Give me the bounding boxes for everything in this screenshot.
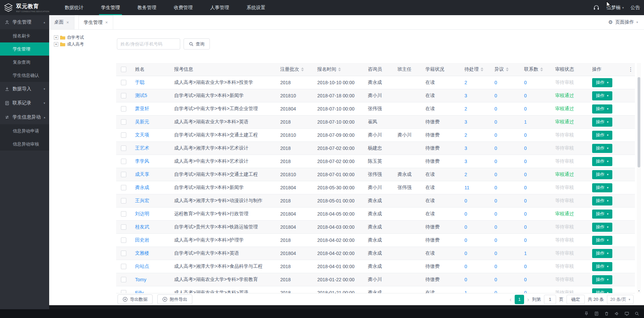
row-checkbox[interactable] [121,146,126,151]
row-action-button[interactable]: 操作 ▾ [592,262,612,271]
dispute-count-link[interactable]: 0 [494,264,497,269]
row-checkbox[interactable] [121,277,126,282]
tray-notes-icon[interactable] [594,311,599,316]
nav-item-academic-management[interactable]: 教务管理 [129,0,165,15]
student-name-link[interactable]: 刘达明 [135,211,149,217]
nav-item-data-statistics[interactable]: 数据统计 [56,0,92,15]
tray-trash-icon[interactable] [604,311,609,316]
pending-count-link[interactable]: 2 [464,172,467,177]
dispute-count-link[interactable]: 0 [494,185,497,190]
pending-count-link[interactable]: 3 [464,93,467,98]
dispute-count-link[interactable]: 0 [494,198,497,203]
row-checkbox[interactable] [121,119,126,125]
student-name-link[interactable]: 李学风 [135,158,149,164]
row-action-button[interactable]: 操作 ▾ [592,131,612,140]
tray-search-icon[interactable] [635,311,639,316]
row-action-button[interactable]: 操作 ▾ [592,210,612,219]
sidebar-item-complex-query[interactable]: 复杂查询 [0,56,49,69]
nav-item-hr-management[interactable]: 人事管理 [201,0,238,15]
row-checkbox[interactable] [121,251,126,256]
sort-icon[interactable] [540,67,543,71]
sort-icon[interactable] [506,67,509,71]
dispute-count-link[interactable]: 0 [494,159,497,164]
row-checkbox[interactable] [121,172,126,177]
row-checkbox[interactable] [121,132,126,138]
contact-count-link[interactable]: 0 [524,106,527,112]
sort-icon[interactable] [301,67,304,71]
more-columns-icon[interactable]: ⋮ [628,66,633,72]
next-page-icon[interactable]: › [527,296,529,303]
nav-item-student-management[interactable]: 学生管理 [92,0,129,15]
query-button[interactable]: 查询 [184,38,210,50]
row-action-button[interactable]: 操作 ▾ [592,183,612,192]
goto-page-input[interactable] [544,295,556,304]
tray-volume-icon[interactable] [614,311,619,316]
row-action-button[interactable]: 操作 ▾ [592,223,612,232]
contact-count-link[interactable]: 0 [524,237,527,243]
column-header-dispute[interactable]: 异议 [490,66,520,72]
row-checkbox[interactable] [121,80,126,85]
confirm-page-button[interactable]: 确定 [567,295,585,304]
column-header-pending[interactable]: 待处理 [460,66,490,72]
dispute-count-link[interactable]: 0 [494,119,497,125]
row-checkbox[interactable] [121,185,126,190]
pending-count-link[interactable]: 0 [464,224,467,230]
row-action-button[interactable]: 操作 ▾ [592,104,612,114]
row-action-button[interactable]: 操作 ▾ [592,196,612,205]
pending-count-link[interactable]: 0 [464,277,467,282]
contact-count-link[interactable]: 0 [524,198,527,203]
row-checkbox[interactable] [121,264,126,269]
tab-desktop[interactable]: 桌面 × [49,15,74,29]
student-name-link[interactable]: 龚永成 [135,185,149,191]
sort-icon[interactable] [481,67,483,71]
student-name-link[interactable]: 成天享 [135,171,149,178]
contact-count-link[interactable]: 0 [524,290,527,293]
contact-count-link[interactable]: 1 [524,119,527,125]
student-name-link[interactable]: 王艺术 [135,145,149,151]
tree-item-self-study-exam[interactable]: + 自学考试 [54,34,116,41]
dispute-count-link[interactable]: 0 [494,224,497,230]
tray-display-icon[interactable] [624,311,629,316]
row-checkbox[interactable] [121,237,126,243]
pending-count-link[interactable]: 2 [464,106,467,112]
pending-count-link[interactable]: 3 [464,159,467,164]
student-name-link[interactable]: 于聪 [135,80,144,86]
row-action-button[interactable]: 操作 ▾ [592,288,612,293]
pending-count-link[interactable]: 0 [464,251,467,256]
nav-item-system-settings[interactable]: 系统设置 [238,0,274,15]
search-input[interactable] [117,38,180,50]
close-icon[interactable]: × [105,20,108,25]
sidebar-item-enroll-swipe[interactable]: 报名刷卡 [0,29,49,42]
student-name-link[interactable]: 萧亚轩 [135,106,149,112]
row-checkbox[interactable] [121,106,126,112]
page-number-current[interactable]: 1 [515,295,524,304]
dispute-count-link[interactable]: 0 [494,290,497,293]
row-action-button[interactable]: 操作 ▾ [592,236,612,245]
pending-count-link[interactable]: 3 [464,146,467,151]
contact-count-link[interactable]: 0 [524,185,527,190]
student-name-link[interactable]: 桂友武 [135,224,149,230]
student-name-link[interactable]: 文天项 [135,132,149,138]
sort-icon[interactable] [338,67,341,71]
sidebar-item-student-info-confirm[interactable]: 学生信息确认 [0,69,49,82]
contact-count-link[interactable]: 0 [524,224,527,230]
row-action-button[interactable]: 操作 ▾ [592,91,612,100]
dispute-count-link[interactable]: 0 [494,251,497,256]
student-name-link[interactable]: Tomy [135,277,146,282]
contact-count-link[interactable]: 0 [524,172,527,177]
nav-item-fee-management[interactable]: 收费管理 [165,0,201,15]
column-header-contact-count[interactable]: 联系数 [520,66,551,72]
dispute-count-link[interactable]: 0 [494,211,497,217]
pending-count-link[interactable]: 1 [464,290,467,293]
column-header-signup-time[interactable]: 报名时间 [313,66,364,72]
dispute-count-link[interactable]: 0 [494,146,497,151]
export-attachment-button[interactable]: 附件导出 [157,294,192,304]
contact-count-link[interactable]: 0 [524,159,527,164]
contact-count-link[interactable]: 0 [524,80,527,85]
sidebar-item-student-management[interactable]: 学生管理 [0,42,49,56]
row-action-button[interactable]: 操作 ▾ [592,144,612,153]
row-checkbox[interactable] [121,198,126,203]
contact-count-link[interactable]: 0 [524,264,527,269]
dispute-count-link[interactable]: 0 [494,277,497,282]
row-checkbox[interactable] [121,211,126,217]
